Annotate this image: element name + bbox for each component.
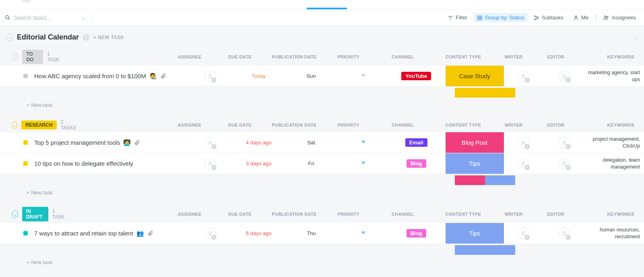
keywords[interactable]: project management, ClickUp <box>586 136 644 149</box>
priority-flag-icon[interactable] <box>361 140 367 146</box>
group-collapse-toggle[interactable]: ⌄ <box>12 53 18 60</box>
group-status-pill[interactable]: RESEARCH <box>21 121 56 129</box>
channel-chip[interactable]: Blog <box>407 159 426 168</box>
priority-flag-icon[interactable] <box>361 73 367 79</box>
search-options-chevron[interactable]: ⌄ <box>81 15 85 21</box>
task-status-square[interactable] <box>23 231 28 235</box>
col-prio[interactable]: PRIORITY <box>324 54 373 59</box>
col-editor[interactable]: EDITOR <box>534 54 578 59</box>
keywords[interactable]: delegation, team management <box>586 157 644 170</box>
writer-add[interactable] <box>518 158 529 169</box>
col-prio[interactable]: PRIORITY <box>324 123 373 127</box>
writer-add[interactable] <box>518 71 529 82</box>
attachment-icon[interactable] <box>134 140 140 146</box>
publication-date[interactable]: Sat <box>282 140 341 146</box>
attachment-icon[interactable] <box>160 73 166 79</box>
editor-add[interactable] <box>559 71 570 82</box>
col-writer[interactable]: WRITER <box>493 54 534 59</box>
content-type-chip[interactable]: Tips <box>446 153 504 174</box>
col-chan[interactable]: CHANNEL <box>373 212 433 217</box>
due-date[interactable]: 3 days ago <box>235 160 282 167</box>
keywords[interactable]: marketing agency, start ups <box>586 69 644 83</box>
keywords[interactable]: human resources, recruitment <box>586 227 644 240</box>
task-row[interactable]: 7 ways to attract and retain top talent … <box>0 223 644 244</box>
task-row[interactable]: 10 tips on how to delegate effectively 3… <box>0 153 644 174</box>
group-by-button[interactable]: Group by: Status <box>474 13 528 22</box>
col-prio[interactable]: PRIORITY <box>324 212 373 217</box>
col-keywords[interactable]: KEYWORDS <box>578 123 638 127</box>
col-assignee[interactable]: ASSIGNEE <box>163 123 216 127</box>
task-status-square[interactable] <box>23 74 28 78</box>
task-row[interactable]: How ABC agency scaled from 0 to $100M 🧑‍… <box>0 66 644 87</box>
col-assignee[interactable]: ASSIGNEE <box>163 54 216 59</box>
priority-flag-icon[interactable] <box>361 230 367 237</box>
col-pub[interactable]: PUBLICATION DATE <box>264 54 324 59</box>
group-collapse-toggle[interactable]: ⌄ <box>12 121 17 129</box>
info-icon[interactable]: i <box>83 34 89 41</box>
due-date[interactable]: 6 days ago <box>235 230 282 236</box>
content-type-chip[interactable]: Case Study <box>446 66 504 86</box>
due-date[interactable]: 4 days ago <box>235 140 282 146</box>
channel-chip[interactable]: YouTube <box>401 72 431 80</box>
channel-chip[interactable]: Blog <box>407 229 426 237</box>
task-name[interactable]: 10 tips on how to delegate effectively <box>34 160 185 167</box>
task-status-square[interactable] <box>23 140 28 145</box>
group-collapse-toggle[interactable]: ⌄ <box>12 210 18 218</box>
col-ctype[interactable]: CONTENT TYPE <box>433 54 493 59</box>
publication-date[interactable]: Sun <box>282 73 341 79</box>
content-type-chip[interactable]: Tips <box>446 223 504 244</box>
publication-date[interactable]: Fri <box>282 160 341 167</box>
list-settings-caret[interactable]: ⌄ <box>634 35 638 40</box>
svg-point-0 <box>6 15 9 19</box>
col-due[interactable]: DUE DATE <box>216 123 264 127</box>
col-due[interactable]: DUE DATE <box>216 54 264 59</box>
col-ctype[interactable]: CONTENT TYPE <box>433 123 493 127</box>
writer-add[interactable] <box>518 137 529 148</box>
task-name[interactable]: 7 ways to attract and retain top talent … <box>34 230 185 237</box>
col-chan[interactable]: CHANNEL <box>373 123 433 127</box>
col-keywords[interactable]: KEYWORDS <box>578 212 638 217</box>
subtasks-button[interactable]: Subtasks <box>530 13 566 22</box>
col-editor[interactable]: EDITOR <box>534 123 578 127</box>
task-status-square[interactable] <box>23 161 28 166</box>
task-name[interactable]: How ABC agency scaled from 0 to $100M 🧑‍… <box>34 73 185 80</box>
group-status-pill[interactable]: TO DO <box>22 50 43 64</box>
search-input[interactable] <box>14 15 78 21</box>
app-button[interactable] <box>22 0 31 2</box>
group-new-task[interactable]: + New task <box>0 185 644 196</box>
col-keywords[interactable]: KEYWORDS <box>578 54 638 59</box>
me-button[interactable]: Me <box>570 13 592 22</box>
col-writer[interactable]: WRITER <box>493 212 534 217</box>
channel-chip[interactable]: Email <box>405 138 427 147</box>
priority-flag-icon[interactable] <box>361 160 367 167</box>
new-task-button[interactable]: + NEW TASK <box>93 35 124 40</box>
list-collapse-toggle[interactable]: ⌄ <box>6 34 13 41</box>
writer-add[interactable] <box>518 228 529 239</box>
editor-add[interactable] <box>559 137 570 148</box>
assignee-add[interactable] <box>204 137 216 148</box>
col-assignee[interactable]: ASSIGNEE <box>163 212 216 217</box>
due-date[interactable]: Today <box>235 73 282 79</box>
col-ctype[interactable]: CONTENT TYPE <box>433 212 493 217</box>
col-editor[interactable]: EDITOR <box>534 212 578 217</box>
editor-add[interactable] <box>559 228 570 239</box>
assignee-add[interactable] <box>204 158 216 169</box>
editor-add[interactable] <box>559 158 570 169</box>
assignee-add[interactable] <box>204 228 216 239</box>
group-new-task[interactable]: + New task <box>0 98 644 108</box>
col-pub[interactable]: PUBLICATION DATE <box>264 212 324 217</box>
filter-button[interactable]: Filter <box>444 13 471 22</box>
task-row[interactable]: Top 5 project management tools 🧑‍💻 4 day… <box>0 132 644 153</box>
assignee-add[interactable] <box>204 71 216 82</box>
group-status-pill[interactable]: IN DRAFT <box>22 207 48 221</box>
col-pub[interactable]: PUBLICATION DATE <box>264 123 324 127</box>
assignees-button[interactable]: Assignees <box>600 13 639 22</box>
content-type-chip[interactable]: Blog Post <box>446 132 504 153</box>
attachment-icon[interactable] <box>147 230 153 236</box>
group-new-task[interactable]: + New task <box>0 255 644 265</box>
col-writer[interactable]: WRITER <box>493 123 534 127</box>
task-name[interactable]: Top 5 project management tools 🧑‍💻 <box>34 139 185 146</box>
col-due[interactable]: DUE DATE <box>216 212 264 217</box>
publication-date[interactable]: Thu <box>282 230 341 236</box>
col-chan[interactable]: CHANNEL <box>373 54 433 59</box>
